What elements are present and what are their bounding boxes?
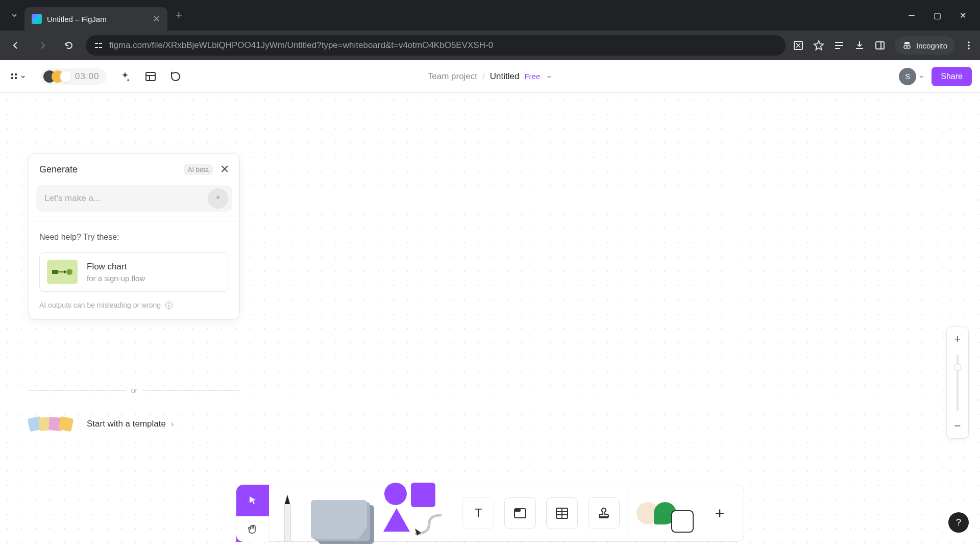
sparkle-icon <box>213 193 223 204</box>
incognito-badge[interactable]: Incognito <box>895 36 954 55</box>
comments-button[interactable] <box>169 69 183 84</box>
maximize-button[interactable]: ▢ <box>931 11 943 20</box>
generate-input[interactable] <box>44 188 208 209</box>
incognito-icon <box>902 40 912 51</box>
zoom-handle[interactable] <box>954 364 961 371</box>
new-tab-button[interactable]: + <box>167 9 190 22</box>
shapes-tool[interactable] <box>382 485 454 542</box>
browser-tab[interactable]: Untitled – FigJam ✕ <box>24 7 167 31</box>
zoom-out-button[interactable]: − <box>946 414 969 438</box>
install-app-icon[interactable] <box>793 40 804 51</box>
flow-chart-icon <box>47 260 78 284</box>
tab-close-icon[interactable]: ✕ <box>153 13 160 24</box>
table-tool[interactable] <box>546 497 578 529</box>
more-tools-button[interactable]: + <box>704 497 736 529</box>
plan-badge[interactable]: Free <box>524 72 540 81</box>
tab-search-dropdown[interactable] <box>4 5 24 26</box>
suggestion-subtitle: for a sign-up flow <box>87 274 145 283</box>
start-with-template-button[interactable]: Start with a template › <box>32 417 174 431</box>
svg-point-12 <box>968 41 970 43</box>
text-icon: T <box>471 506 485 520</box>
main-menu-button[interactable] <box>8 70 29 83</box>
suggestion-flow-chart[interactable]: Flow chart for a sign-up flow <box>39 252 229 292</box>
square-shape-icon <box>411 483 435 507</box>
bottom-toolbar: T + <box>236 485 744 542</box>
generate-submit-button[interactable] <box>208 188 228 209</box>
svg-rect-3 <box>99 47 102 48</box>
template-label: Start with a template <box>87 419 166 429</box>
figma-favicon-icon <box>32 14 42 24</box>
zoom-slider[interactable] <box>957 355 959 411</box>
svg-point-11 <box>907 45 910 48</box>
svg-rect-8 <box>876 42 884 49</box>
share-button[interactable]: Share <box>932 67 972 86</box>
browser-menu-icon[interactable] <box>964 40 974 51</box>
url-input[interactable]: figma.com/file/XRxbBjeWLbiQHPOO41JyWm/Un… <box>86 35 786 56</box>
stickers-tool[interactable] <box>636 502 694 524</box>
cursor-icon <box>247 495 258 506</box>
info-icon[interactable] <box>165 301 173 309</box>
svg-point-14 <box>968 47 970 49</box>
minimize-button[interactable]: ─ <box>905 11 918 20</box>
connector-icon <box>414 513 445 536</box>
site-settings-icon[interactable] <box>94 41 103 50</box>
team-name[interactable]: Team project <box>428 71 477 82</box>
svg-rect-5 <box>835 42 843 43</box>
chevron-right-icon: › <box>171 419 174 429</box>
text-tool[interactable]: T <box>462 497 494 529</box>
svg-point-13 <box>968 44 970 46</box>
generate-panel: Generate AI beta ✕ Need help? Try these:… <box>29 153 240 320</box>
zoom-control: + − <box>946 327 969 439</box>
hand-tool[interactable] <box>236 516 269 542</box>
svg-point-22 <box>168 303 169 304</box>
sticky-stack-icon <box>311 500 377 542</box>
ai-sparkle-button[interactable] <box>118 69 132 84</box>
browser-address-bar: figma.com/file/XRxbBjeWLbiQHPOO41JyWm/Un… <box>0 31 980 60</box>
section-tool[interactable] <box>504 497 536 529</box>
user-menu[interactable]: S <box>899 68 924 85</box>
or-divider: or <box>29 386 240 394</box>
reload-button[interactable] <box>59 36 79 55</box>
timer-avatars <box>43 70 72 83</box>
camera-sticker-icon <box>671 510 694 533</box>
select-tool[interactable] <box>236 485 269 516</box>
downloads-icon[interactable] <box>854 40 865 51</box>
section-icon <box>512 506 528 521</box>
templates-button[interactable] <box>143 69 158 84</box>
avatar: S <box>899 68 916 85</box>
figjam-header: 03:00 Team project / Untitled Free S Sha… <box>0 60 980 93</box>
stamp-icon <box>596 506 611 521</box>
hand-icon <box>247 523 258 535</box>
marker-tool[interactable] <box>269 485 306 542</box>
help-label: Need help? Try these: <box>39 233 229 242</box>
chevron-down-icon <box>20 73 26 80</box>
reading-list-icon[interactable] <box>834 40 845 51</box>
incognito-label: Incognito <box>916 41 947 50</box>
help-button[interactable]: ? <box>948 512 969 533</box>
back-button[interactable] <box>6 36 26 55</box>
browser-tab-strip: Untitled – FigJam ✕ + ─ ▢ ✕ <box>0 0 980 31</box>
url-text: figma.com/file/XRxbBjeWLbiQHPOO41JyWm/Un… <box>109 40 493 51</box>
svg-rect-26 <box>514 509 521 512</box>
forward-button[interactable] <box>33 36 52 55</box>
timer-widget[interactable]: 03:00 <box>40 68 107 85</box>
file-name[interactable]: Untitled <box>490 71 520 82</box>
svg-rect-2 <box>95 47 98 48</box>
breadcrumb-separator: / <box>482 71 485 82</box>
close-window-button[interactable]: ✕ <box>957 11 969 20</box>
generate-input-wrap <box>36 185 232 212</box>
svg-rect-23 <box>168 305 169 307</box>
side-panel-icon[interactable] <box>874 40 886 51</box>
close-generate-button[interactable]: ✕ <box>220 163 229 176</box>
sticky-note-tool[interactable] <box>306 485 382 542</box>
file-menu-caret[interactable] <box>545 73 552 80</box>
bookmark-icon[interactable] <box>813 40 824 51</box>
canvas[interactable]: Generate AI beta ✕ Need help? Try these:… <box>0 93 980 551</box>
marker-icon <box>277 491 298 542</box>
generate-title: Generate <box>39 164 184 175</box>
zoom-in-button[interactable]: + <box>946 327 969 352</box>
timer-value: 03:00 <box>75 71 100 82</box>
svg-point-10 <box>904 45 907 48</box>
stamp-tool[interactable] <box>588 497 620 529</box>
suggestion-title: Flow chart <box>87 262 145 272</box>
